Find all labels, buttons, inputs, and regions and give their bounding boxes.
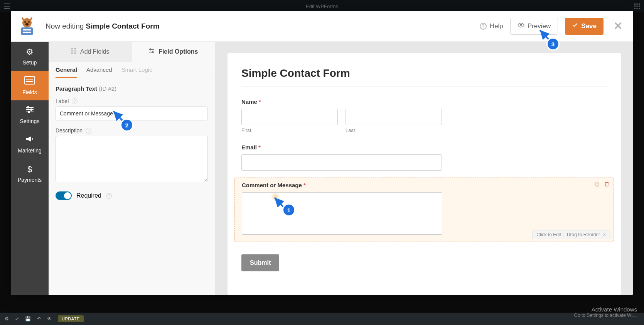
nav-label: Payments [18,177,42,183]
hint-drag: Drag to Reorder [567,232,600,237]
hint-edit: Click to Edit [536,232,561,237]
nav-label: Marketing [18,147,41,154]
field-hint-pill: Click to Edit | Drag to Reorder ✕ [532,230,610,239]
svg-rect-15 [23,32,31,33]
sliders-icon [25,106,34,116]
tab-label: Add Fields [80,48,110,55]
last-name-input[interactable] [346,109,442,125]
check-icon [572,22,578,30]
config-tabs: Add Fields Field Options [49,42,215,62]
svg-point-23 [30,109,32,110]
svg-point-10 [24,21,26,23]
svg-point-12 [25,23,29,25]
wpforms-logo [15,15,39,38]
eye-icon [518,22,524,30]
email-label: Email* [241,144,607,151]
shrink-icon[interactable]: ⤢ [15,316,19,322]
config-panel: Add Fields Field Options General Advance… [49,42,215,295]
nav-label: Settings [20,118,40,124]
panel-title-text: Paragraph Text [56,85,97,92]
watermark-sub: Go to Settings to activate Wi… [574,313,637,318]
tutorial-badge-3: 3 [548,39,558,49]
nav-item-payments[interactable]: $ Payments [11,159,49,188]
nav-item-setup[interactable]: ⚙ Setup [11,42,49,71]
gear-icon: ⚙ [26,47,34,57]
svg-rect-13 [21,27,33,35]
sliders-icon [148,48,155,55]
gear-icon[interactable]: ⚙ [5,316,9,322]
svg-rect-28 [71,51,73,52]
first-sublabel: First [241,127,338,133]
svg-point-21 [27,107,29,108]
svg-rect-30 [71,52,73,54]
first-name-input[interactable] [241,109,338,125]
svg-point-25 [28,111,30,113]
windows-activation-watermark: Activate Windows Go to Settings to activ… [574,306,637,318]
update-chip[interactable]: UPDATE [58,315,84,322]
trash-icon[interactable] [604,181,610,188]
description-field-label: Description ? [56,127,208,134]
save-button[interactable]: Save [565,18,604,35]
help-label: Help [490,22,503,30]
nav-item-fields[interactable]: Fields [11,71,49,100]
last-sublabel: Last [346,127,442,133]
field-name[interactable]: Name* First Last [241,98,607,133]
panel-id: (ID #2) [99,85,116,92]
svg-rect-14 [23,29,31,30]
panel-title: Paragraph Text (ID #2) [56,85,208,92]
svg-rect-37 [595,182,598,185]
tab-add-fields[interactable]: Add Fields [49,42,132,62]
subtab-smart-logic[interactable]: Smart Logic [121,66,152,78]
description-input[interactable] [56,136,208,182]
form-card: Simple Contact Form Name* First Last [228,53,621,295]
nav-item-marketing[interactable]: Marketing [11,130,49,159]
nav-label: Setup [23,59,37,66]
required-label: Required [76,192,101,199]
subtabs: General Advanced Smart Logic [49,62,215,78]
email-input[interactable] [241,154,442,171]
svg-point-16 [520,24,522,26]
help-icon: ? [480,23,487,30]
duplicate-icon[interactable] [594,181,600,188]
submit-button[interactable]: Submit [241,254,279,271]
svg-rect-17 [25,76,35,84]
bullhorn-icon [25,135,34,145]
svg-rect-29 [74,51,76,52]
nav-label: Fields [22,89,37,95]
grid-icon [71,48,76,55]
help-hint-icon[interactable]: ? [86,128,91,134]
form-preview-pane: Simple Contact Form Name* First Last [215,42,633,295]
label-input[interactable] [56,107,208,120]
field-actions [594,181,610,188]
tutorial-badge-2: 2 [121,120,132,130]
required-toggle[interactable] [56,191,72,200]
svg-rect-27 [74,48,76,49]
save-label: Save [581,22,597,30]
wp-admin-footer: ⚙ ⤢ 💾 ↶ 👁 UPDATE [0,313,644,325]
subtab-advanced[interactable]: Advanced [86,66,112,78]
subtab-general[interactable]: General [56,66,77,78]
required-row: Required ? [56,191,208,200]
message-label: Comment or Message* [242,182,607,188]
undo-icon[interactable]: ↶ [37,316,41,322]
svg-rect-26 [71,48,73,49]
help-hint-icon[interactable]: ? [72,98,78,104]
header-title: Now editing Simple Contact Form [46,22,160,30]
tutorial-badge-1: 1 [283,205,294,215]
eye-icon[interactable]: 👁 [47,316,52,322]
help-link[interactable]: ? Help [480,22,503,30]
svg-point-11 [28,21,30,23]
svg-rect-36 [596,183,599,186]
form-title: Simple Contact Form [241,67,607,87]
field-email[interactable]: Email* [241,144,607,171]
close-hint-icon[interactable]: ✕ [602,232,606,237]
tab-field-options[interactable]: Field Options [132,42,215,62]
nav-item-settings[interactable]: Settings [11,100,49,130]
left-nav: ⚙ Setup Fields Settings Marketing [11,42,49,295]
form-builder: Now editing Simple Contact Form ? Help P… [11,11,633,295]
save-icon[interactable]: 💾 [25,316,31,322]
svg-point-33 [150,49,151,50]
help-hint-icon[interactable]: ? [106,193,112,199]
close-button[interactable]: ✕ [610,20,625,32]
required-star: * [259,98,261,105]
